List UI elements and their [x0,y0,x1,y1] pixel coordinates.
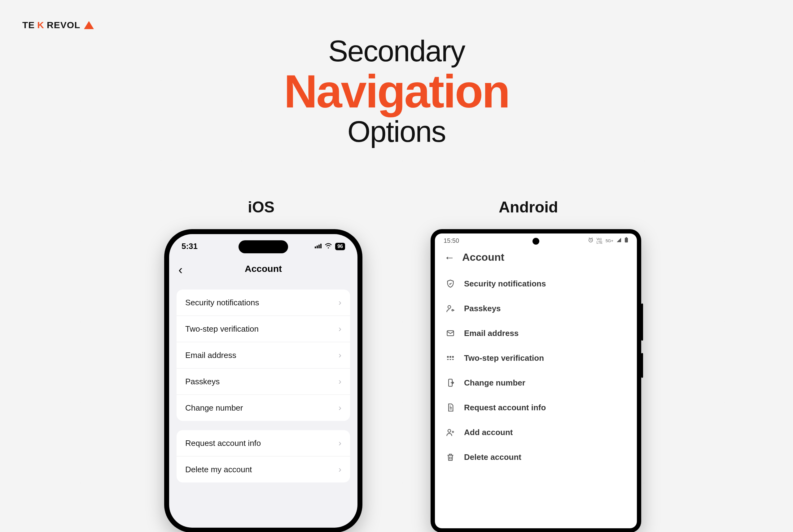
android-status-time: 15:50 [443,237,459,244]
ios-row-label: Delete my account [185,465,252,474]
ios-row-label: Two-step verification [185,324,259,334]
svg-point-10 [447,357,449,358]
ios-row-change-number[interactable]: Change number › [176,395,350,421]
android-row-request-account-info[interactable]: Request account info [435,395,637,420]
android-camera-punchhole [532,238,539,245]
ios-row-security-notifications[interactable]: Security notifications › [176,289,350,316]
svg-rect-3 [320,244,322,248]
svg-rect-6 [626,237,627,238]
android-phone-frame: 15:50 Vo)LTE 5G+ ← Account [431,229,641,532]
android-screen: 15:50 Vo)LTE 5G+ ← Account [435,233,637,528]
android-nav-header: ← Account [435,244,637,269]
android-row-passkeys[interactable]: Passkeys [435,296,637,321]
column-label-android: Android [499,198,558,216]
column-label-ios: iOS [248,198,275,216]
title-line-1: Secondary [284,34,509,68]
wifi-icon [325,243,332,250]
ios-status-time: 5:31 [182,242,197,251]
dynamic-island [239,240,288,253]
svg-point-14 [448,430,451,432]
ios-settings-group-1: Security notifications › Two-step verifi… [176,289,350,421]
title-line-2: Navigation [284,68,509,115]
ios-row-two-step-verification[interactable]: Two-step verification › [176,316,350,342]
svg-rect-2 [318,245,320,248]
volte-icon: Vo)LTE [597,238,603,244]
android-settings-list: Security notifications Passkeys Email ad… [435,269,637,472]
chevron-right-icon: › [339,324,341,334]
title-line-3: Options [284,115,509,149]
android-row-label: Add account [464,428,513,437]
ios-nav-header: ‹ Account [169,264,357,283]
brand-text-mark: K [37,20,44,30]
svg-rect-0 [315,247,316,248]
network-type-label: 5G+ [606,239,613,243]
mail-icon [446,328,455,338]
ios-phone-frame: 5:31 96 ‹ Account Security notifications… [164,229,362,532]
page-title: Secondary Navigation Options [284,34,509,149]
svg-rect-5 [625,238,628,243]
android-screen-title: Account [462,251,504,263]
chevron-right-icon: › [339,350,341,360]
trash-icon [446,452,455,462]
chevron-right-icon: › [339,403,341,413]
ios-row-request-account-info[interactable]: Request account info › [176,430,350,456]
signal-icon [617,238,621,244]
android-row-label: Change number [464,378,525,388]
document-icon [446,402,455,413]
android-row-change-number[interactable]: Change number [435,370,637,395]
brand-text-post: REVOL [47,20,80,30]
android-row-label: Two-step verification [464,353,544,363]
ios-row-email-address[interactable]: Email address › [176,342,350,368]
back-arrow-icon[interactable]: ← [444,252,455,263]
cellular-signal-icon [315,243,322,250]
brand-logo: TEKREVOL [22,20,94,30]
ios-battery-level: 96 [335,243,345,250]
android-row-delete-account[interactable]: Delete account [435,445,637,470]
ios-row-label: Email address [185,350,237,360]
svg-point-7 [448,306,451,308]
android-row-two-step-verification[interactable]: Two-step verification [435,346,637,370]
chevron-right-icon: › [339,438,341,448]
ios-screen-title: Account [245,264,282,274]
android-row-label: Delete account [464,452,521,462]
android-row-label: Request account info [464,403,546,413]
android-row-add-account[interactable]: Add account [435,420,637,445]
person-add-icon [446,428,455,437]
back-chevron-icon[interactable]: ‹ [178,264,183,276]
shield-icon [446,279,455,289]
svg-point-11 [450,357,451,358]
svg-rect-1 [317,246,318,248]
chevron-right-icon: › [339,377,341,386]
chevron-right-icon: › [339,464,341,474]
ios-row-label: Request account info [185,438,261,448]
android-row-security-notifications[interactable]: Security notifications [435,271,637,296]
ios-screen: 5:31 96 ‹ Account Security notifications… [169,234,357,528]
phone-move-icon [446,378,455,388]
brand-text-pre: TE [22,20,35,30]
svg-point-12 [452,357,453,358]
ios-row-passkeys[interactable]: Passkeys › [176,368,350,395]
ios-row-delete-my-account[interactable]: Delete my account › [176,456,350,482]
chevron-right-icon: › [339,298,341,307]
ios-row-label: Passkeys [185,377,220,386]
alarm-icon [588,237,593,244]
svg-point-8 [452,310,453,311]
logo-triangle-icon [84,21,94,29]
battery-icon [624,237,628,244]
pin-icon [446,353,455,363]
android-row-email-address[interactable]: Email address [435,321,637,346]
android-row-label: Passkeys [464,304,501,314]
android-row-label: Security notifications [464,279,546,289]
android-row-label: Email address [464,328,518,338]
ios-row-label: Security notifications [185,298,259,307]
ios-settings-group-2: Request account info › Delete my account… [176,430,350,482]
ios-row-label: Change number [185,403,243,413]
person-key-icon [446,303,455,314]
